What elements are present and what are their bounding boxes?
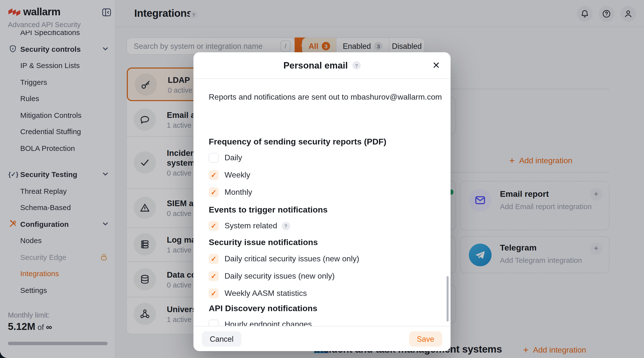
checkbox[interactable]: ✓ [209,221,218,231]
close-icon[interactable]: ✕ [430,59,443,72]
option-daily-security[interactable]: ✓ Daily security issues (new only) [209,271,334,281]
save-button[interactable]: Save [409,331,442,347]
app-window: API Specifications Security controls IP … [0,0,644,358]
cancel-button[interactable]: Cancel [202,331,242,347]
section-heading-frequency: Frequency of sending security reports (P… [209,137,386,147]
modal-footer: Cancel Save [194,326,450,351]
checkbox[interactable]: ✓ [209,289,218,298]
option-label: Weekly AASM statistics [224,289,307,298]
modal-title-help-icon[interactable]: ? [352,61,361,69]
checkbox[interactable]: ✓ [209,320,218,326]
option-help-icon[interactable]: ? [282,222,290,230]
option-label: Hourly endpoint changes [224,320,312,326]
option-label: Weekly [224,171,250,179]
option-label: Daily [224,153,242,162]
option-hourly-endpoint[interactable]: ✓ Hourly endpoint changes [209,320,312,326]
checkbox[interactable]: ✓ [209,170,218,180]
section-heading-api-discovery: API Discovery notifications [209,304,317,314]
modal-intro-text: Reports and notifications are sent out t… [209,93,442,102]
option-label: Daily security issues (new only) [224,272,334,281]
option-weekly-aasm[interactable]: ✓ Weekly AASM statistics [209,289,307,298]
option-label: System related [224,221,277,230]
option-label: Monthly [224,188,252,197]
personal-email-modal: Personal email ? ✕ Reports and notificat… [194,52,450,351]
checkbox[interactable]: ✓ [209,254,218,264]
option-daily-critical[interactable]: ✓ Daily critical security issues (new on… [209,254,359,264]
option-daily[interactable]: ✓ Daily [209,153,242,163]
checkbox[interactable]: ✓ [209,187,218,197]
option-system-related[interactable]: ✓ System related ? [209,221,290,231]
section-heading-security-issues: Security issue notifications [209,238,318,248]
modal-body: Reports and notifications are sent out t… [194,79,450,326]
section-heading-events: Events to trigger notifications [209,205,328,215]
option-label: Daily critical security issues (new only… [224,254,359,263]
checkbox[interactable]: ✓ [209,271,218,281]
modal-header: Personal email ? ✕ [194,52,450,79]
checkbox[interactable]: ✓ [209,153,218,163]
modal-scrollbar-thumb[interactable] [446,276,448,322]
option-monthly[interactable]: ✓ Monthly [209,187,252,197]
option-weekly[interactable]: ✓ Weekly [209,170,250,180]
modal-title: Personal email [283,60,348,71]
